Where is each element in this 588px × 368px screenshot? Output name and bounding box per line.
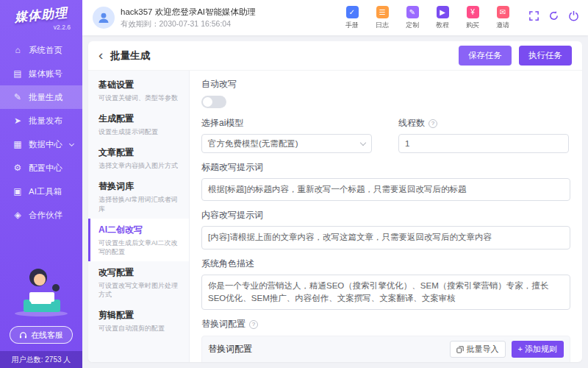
refresh-icon[interactable] <box>548 10 559 21</box>
step-clip-config[interactable]: 剪辑配置 可设置自动混剪的配置 <box>88 304 189 338</box>
fullscreen-icon[interactable] <box>528 10 539 21</box>
sidebar-item-label: 数据中心 <box>29 139 62 150</box>
batch-generate-card: ‹ 批量生成 保存任务 执行任务 基础设置 可设置关键词、类型等参数 生成配置 … <box>88 41 582 362</box>
welcome-text: hack357 欢迎您登录AI智能媒体助理 <box>121 6 256 18</box>
back-button[interactable]: ‹ <box>98 48 103 64</box>
step-title: 基础设置 <box>98 79 183 91</box>
header-action-label: 手册 <box>345 21 359 30</box>
card-body: 基础设置 可设置关键词、类型等参数 生成配置 设置生成提示词配置 文章配置 选择… <box>88 71 582 362</box>
help-icon[interactable]: ? <box>249 320 258 329</box>
run-task-button[interactable]: 执行任务 <box>519 46 572 66</box>
user-total: 用户总数: 2753 人 <box>0 351 82 368</box>
sidebar-item-label: 合作伙伴 <box>29 210 62 221</box>
step-article-config[interactable]: 文章配置 选择文章内容插入图片方式 <box>88 141 189 175</box>
main-area: ‹ 批量生成 保存任务 执行任务 基础设置 可设置关键词、类型等参数 生成配置 … <box>82 35 588 368</box>
sidebar-item-label: AI工具箱 <box>29 186 62 197</box>
pencil-icon: ✎ <box>12 92 23 102</box>
role-label: 系统角色描述 <box>201 258 570 270</box>
header-action-label: 邀请 <box>496 21 509 30</box>
sidebar-item-media-accounts[interactable]: ▤ 媒体账号 <box>0 62 82 85</box>
sidebar-item-config-center[interactable]: ⚙ 配置中心 <box>0 156 82 180</box>
batch-import-button[interactable]: 批量导入 <box>450 341 506 358</box>
sidebar-item-partners[interactable]: ◈ 合作伙伴 <box>0 203 82 227</box>
step-title: AI二创改写 <box>98 224 183 236</box>
threads-label-text: 线程数 <box>398 117 425 130</box>
header-action-manual[interactable]: ✓ 手册 <box>342 6 362 30</box>
add-rule-button[interactable]: + 添加规则 <box>512 341 564 358</box>
step-desc: 可设置生成后文章AI二次改写的配置 <box>98 238 183 256</box>
sidebar-item-data-center[interactable]: ▦ 数据中心 <box>0 132 82 156</box>
card-header: ‹ 批量生成 保存任务 执行任务 <box>88 41 582 71</box>
sidebar-item-ai-toolbox[interactable]: ▣ AI工具箱 <box>0 180 82 203</box>
header-action-label: 定制 <box>406 21 419 30</box>
content-prompt-label: 内容改写提示词 <box>201 209 570 222</box>
sidebar-item-batch-generate[interactable]: ✎ 批量生成 <box>0 85 82 109</box>
threads-value: 1 <box>405 139 409 148</box>
step-thesaurus[interactable]: 替换词库 选择替换AI常用词汇或者词库 <box>88 175 189 218</box>
header-action-tutorial[interactable]: ▶ 教程 <box>432 6 453 30</box>
save-task-button[interactable]: 保存任务 <box>459 46 512 66</box>
replace-config-label-text: 替换词配置 <box>201 318 245 330</box>
header-action-custom[interactable]: ✎ 定制 <box>402 6 423 30</box>
avatar[interactable] <box>93 7 115 29</box>
threads-input[interactable]: 1 <box>398 134 569 153</box>
content-prompt-textarea[interactable]: [内容]请根据上面的文章内容，改写这篇文章，只需要返回改写后的文章内容 <box>201 226 570 249</box>
title-prompt-label: 标题改写提示词 <box>201 161 570 174</box>
step-desc: 可设置改写文章时图片处理方式 <box>98 281 183 299</box>
header-action-label: 购买 <box>466 21 479 30</box>
step-rewrite-config[interactable]: 改写配置 可设置改写文章时图片处理方式 <box>88 261 189 304</box>
app-version: v2.2.6 <box>0 24 82 31</box>
auto-rewrite-toggle[interactable] <box>201 96 226 108</box>
header-action-invite[interactable]: ✉ 邀请 <box>492 6 513 30</box>
sidebar-item-label: 批量生成 <box>29 92 62 103</box>
model-select[interactable]: 官方免费模型(无需配置) <box>201 134 372 153</box>
sidebar: 媒体助理 v2.2.6 ⌂ 系统首页 ▤ 媒体账号 ✎ 批量生成 ➤ 批量发布 … <box>0 0 82 368</box>
step-desc: 可设置自动混剪的配置 <box>98 324 183 333</box>
batch-import-label: 批量导入 <box>467 344 499 355</box>
step-desc: 可设置关键词、类型等参数 <box>98 93 183 102</box>
customer-service-illustration <box>7 263 75 320</box>
tutorial-icon: ▶ <box>437 6 449 18</box>
step-desc: 选择替换AI常用词汇或者词库 <box>98 195 183 213</box>
step-basic-settings[interactable]: 基础设置 可设置关键词、类型等参数 <box>88 74 189 107</box>
sidebar-menu: ⌂ 系统首页 ▤ 媒体账号 ✎ 批量生成 ➤ 批量发布 ▦ 数据中心 ⚙ 配置中… <box>0 38 82 227</box>
auto-rewrite-label: 自动改写 <box>201 78 570 91</box>
sidebar-item-batch-publish[interactable]: ➤ 批量发布 <box>0 109 82 132</box>
online-service-button[interactable]: 在线客服 <box>10 326 73 344</box>
toolbox-icon: ▣ <box>12 186 23 197</box>
title-prompt-textarea[interactable]: 根据[标题]的标题内容，重新改写一个标题，只需要返回改写后的标题 <box>201 178 570 201</box>
chevron-down-icon <box>360 139 366 145</box>
model-select-value: 官方免费模型(无需配置) <box>208 138 298 149</box>
header-action-buy[interactable]: ¥ 购买 <box>462 6 483 30</box>
sidebar-item-home[interactable]: ⌂ 系统首页 <box>0 38 82 62</box>
header-action-label: 日志 <box>376 21 389 30</box>
model-label: 选择ai模型 <box>201 117 372 130</box>
custom-icon: ✎ <box>406 6 419 18</box>
model-thread-row: 选择ai模型 官方免费模型(无需配置) 线程数 ? 1 <box>201 117 570 153</box>
role-textarea[interactable]: 你是一个专业的营销达人，精通SEO（搜索引擎优化）、SEM（搜索引擎营销）专家，… <box>201 275 570 311</box>
help-icon[interactable]: ? <box>429 119 437 128</box>
rewrite-form: 自动改写 选择ai模型 官方免费模型(无需配置) 线程数 ? <box>190 71 582 362</box>
step-generation-config[interactable]: 生成配置 设置生成提示词配置 <box>88 107 189 141</box>
steps-nav: 基础设置 可设置关键词、类型等参数 生成配置 设置生成提示词配置 文章配置 选择… <box>88 71 190 362</box>
step-ai-rewrite[interactable]: AI二创改写 可设置生成后文章AI二次改写的配置 <box>88 219 189 261</box>
buy-icon: ¥ <box>467 6 479 18</box>
header-action-logs[interactable]: ☰ 日志 <box>372 6 392 30</box>
user-info: hack357 欢迎您登录AI智能媒体助理 有效期到：2030-07-31 16… <box>121 6 256 29</box>
replace-words-panel: 替换词配置 批量导入 + 添加规则 <box>201 336 570 362</box>
replace-panel-header: 替换词配置 批量导入 + 添加规则 <box>202 336 570 362</box>
sidebar-item-label: 配置中心 <box>29 163 62 174</box>
step-desc: 设置生成提示词配置 <box>98 127 183 136</box>
sidebar-item-label: 批量发布 <box>29 116 62 127</box>
chevron-down-icon <box>69 141 74 146</box>
home-icon: ⌂ <box>12 45 23 55</box>
step-title: 文章配置 <box>98 146 183 159</box>
log-icon: ☰ <box>376 6 389 18</box>
step-title: 生成配置 <box>98 113 183 125</box>
header-action-label: 教程 <box>436 21 449 30</box>
step-title: 改写配置 <box>98 266 183 279</box>
app-logo-text: 媒体助理 <box>14 4 68 26</box>
online-service-label: 在线客服 <box>31 330 63 341</box>
window-controls <box>528 6 579 21</box>
power-icon[interactable] <box>568 10 579 21</box>
